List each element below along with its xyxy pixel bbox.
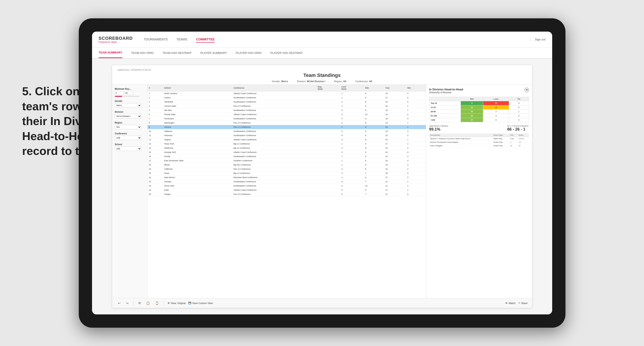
cell-num: 19 [148,167,163,171]
table-row[interactable]: 24 Duke Atlantic Coast Conference 5 9 27… [148,188,426,192]
h2h-loss-26-50: 2 [483,110,509,114]
conference-select[interactable]: (All) [115,136,141,140]
min-rounds-slider[interactable] [115,96,139,97]
h2h-row-51-100[interactable]: 51-100 20 3 0 [429,114,529,118]
tournament-row[interactable]: Arizona Thunderbirds Intercollegiate Str… [429,141,529,144]
table-row[interactable]: 7 Tennessee Southeastern Conference 4 6 … [148,117,426,121]
cell-win: 1 [406,180,426,184]
table-row[interactable]: 20 Texas Big 12 Conference 3 7 20 0 [148,171,426,175]
cell-conf-rank: 1 [340,175,364,180]
cell-rds: 9 [364,96,384,100]
subnav-team-h2h-heatmap[interactable]: TEAM H2H HEATMAP [162,47,191,58]
tablet-frame: SCOREBOARD Powered by clippd TOURNAMENTS… [79,18,566,328]
h2h-row-top10[interactable]: Top 10 3 13 0 [429,101,529,105]
table-row[interactable]: 15 Georgia Tech Atlantic Coast Conferenc… [148,150,426,155]
subnav-player-h2h-grid[interactable]: PLAYER H2H GRID [236,47,262,58]
nav-teams[interactable]: TEAMS [176,36,187,43]
table-row[interactable]: 21 New Mexico Mountain West Conference 1… [148,175,426,180]
watch-label: Watch [508,302,516,305]
h2h-row-11-25[interactable]: 11-25 11 8 0 [429,105,529,110]
cell-tour: 24 [384,167,406,171]
table-row[interactable]: 18 Illinois Big Ten Conference 1 9 23 3 [148,163,426,167]
table-row[interactable]: 4 Arizona State Pac-12 Conference 1 9 26… [148,104,426,108]
tour-cell-type: Stroke Play [493,144,510,148]
cell-school: New Mexico [163,175,232,180]
toolbar-right: 👁 Watch ↗ Share [505,302,528,305]
slider-fill [115,96,122,97]
min-rounds-min-input[interactable] [115,91,124,95]
table-row[interactable]: 17 East Tennessee State Southern Confere… [148,159,426,163]
table-row[interactable]: 19 California Pac-12 Conference 4 8 24 2 [148,167,426,171]
opponents-label: Opponents in division: [429,125,449,127]
table-row[interactable]: 25 Oregon Pac-12 Conference 5 7 21 0 [148,192,426,196]
table-row[interactable]: 13 Texas Tech Big 12 Conference 1 9 27 2 [148,142,426,146]
cell-win: 4 [406,159,426,163]
division-select[interactable]: NCAA Division I [115,114,141,118]
cell-num: 5 [148,108,163,112]
cell-num: 17 [148,159,163,163]
h2h-row-100plus[interactable]: >100 27 0 0 [429,118,529,122]
subnav-team-h2h-grid[interactable]: TEAM H2H GRID [131,47,154,58]
cell-win: 4 [406,91,426,96]
tournament-row[interactable]: Cabo Collegiate Stroke Play 11 17 [429,144,529,148]
cell-num: 9 [148,125,163,129]
table-row[interactable]: 10 Alabama Southeastern Conference 5 8 2… [148,129,426,134]
table-row[interactable]: 3 Vanderbilt Southeastern Conference 2 8… [148,100,426,104]
view-original-button[interactable]: 👁 View: Original [168,302,186,305]
h2h-loss-51-100: 3 [483,114,509,118]
cell-school: Arizona State [163,104,232,108]
undo-button[interactable]: ↩ [116,301,122,306]
cell-conf-rank: 1 [340,104,364,108]
division-filter: Division: NCAA Division I [297,80,325,83]
region-select[interactable]: N/A [115,125,141,129]
subnav-player-summary[interactable]: PLAYER SUMMARY [200,47,227,58]
table-row[interactable]: 14 Oklahoma Big 12 Conference 2 8 24 2 [148,146,426,150]
close-button[interactable]: ✕ [524,88,529,92]
tour-cell-name: Jackson T. Stephens Cup Men's Match-Play… [429,137,493,141]
share-button[interactable]: ↗ Share [518,302,528,305]
history-button[interactable]: ⌚ [154,301,160,306]
tournament-row[interactable]: Jackson T. Stephens Cup Men's Match-Play… [429,137,529,141]
min-rounds-max-input[interactable] [124,91,134,95]
watch-button[interactable]: 👁 Watch [505,302,516,305]
cell-tour: 21 [384,180,406,184]
table-row[interactable]: 2 Auburn Southeastern Conference 1 9 27 … [148,96,426,100]
tour-cell-score: -17 [518,141,529,144]
opponents-row: Opponents in division: 99.1% W-L-T recor… [429,125,529,132]
nav-sign-out[interactable]: Sign out [530,38,546,41]
update-time: Update time: 27/03/2024 15:56:26 [118,69,527,71]
table-row[interactable]: 11 Arkansas Southeastern Conference 6 8 … [148,134,426,138]
save-custom-button[interactable]: 💾 Save Custom View [188,302,213,305]
cell-num: 25 [148,192,163,196]
cell-conf-rank: 8 [340,180,364,184]
cell-conference: Southeastern Conference [232,100,316,104]
subnav-team-summary[interactable]: TEAM SUMMARY [99,47,122,58]
table-row[interactable]: 5 Ole Miss Southeastern Conference 3 8 1… [148,108,426,112]
cell-conference: Big 12 Conference [232,142,316,146]
nav-committee[interactable]: COMMITTEE [196,36,214,43]
table-row[interactable]: 22 Georgia Southeastern Conference 8 7 2… [148,180,426,184]
school-select[interactable]: (All) [115,147,141,151]
table-row[interactable]: 6 Florida State Atlantic Coast Conferenc… [148,112,426,117]
paste-button[interactable]: 📋 [145,301,151,306]
min-rounds-filter: Minimum Rou... [115,88,145,97]
table-row[interactable]: 23 Texas A&M Southeastern Conference 9 1… [148,184,426,188]
cell-tour: 23 [384,129,406,134]
subnav-player-h2h-heatmap[interactable]: PLAYER H2H HEATMAP [270,47,302,58]
table-row[interactable]: 1 North Carolina Atlantic Coast Conferen… [148,91,426,96]
copy-button[interactable]: ⧉ [137,300,142,306]
table-row[interactable]: 9 Arizona Pac-12 Conference 3 8 24 1 [148,125,426,129]
h2h-label-11-25: 11-25 [429,105,460,110]
table-row[interactable]: 16 Florida Southeastern Conference 7 9 2… [148,155,426,159]
table-row[interactable]: 12 Virginia Atlantic Coast Conference 3 … [148,138,426,142]
h2h-row-26-50[interactable]: 26-50 25 2 1 [429,110,529,114]
tour-cell-pos: 11 [509,144,518,148]
table-row[interactable]: 8 Washington Pac-12 Conference 2 8 23 1 [148,121,426,125]
gender-select[interactable]: Men's [115,103,141,108]
view-original-label: View: Original [171,302,186,305]
cell-rds: 8 [364,134,384,138]
nav-tournaments[interactable]: TOURNAMENTS [144,36,168,43]
redo-button[interactable]: ↪ [124,301,130,306]
cell-school: Vanderbilt [163,100,232,104]
panel-filters: Gender: Men's Division: NCAA Division I … [118,80,527,83]
